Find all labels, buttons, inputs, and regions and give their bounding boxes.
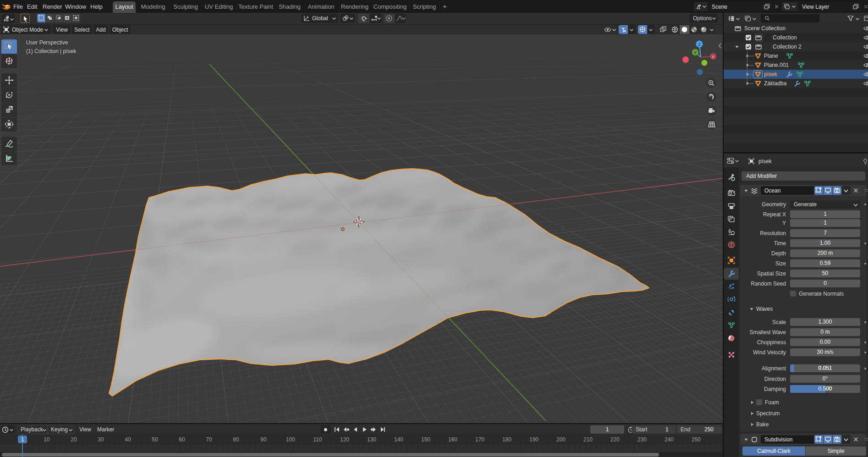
- svg-text:Y: Y: [694, 50, 697, 55]
- svg-text:Z: Z: [698, 42, 701, 47]
- svg-text:X: X: [712, 55, 714, 59]
